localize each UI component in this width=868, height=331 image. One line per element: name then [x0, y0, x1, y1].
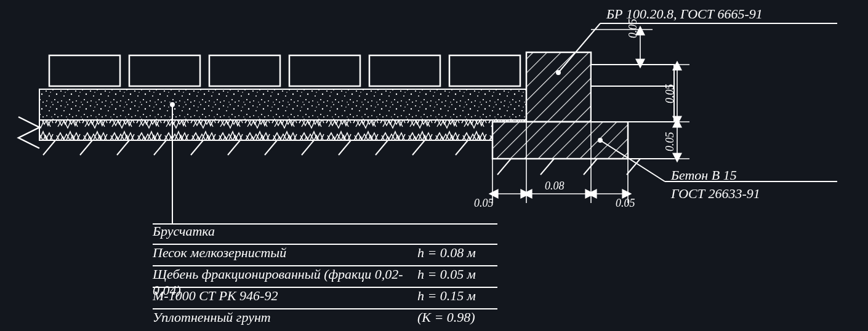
legend-row-5: Уплотненный грунт (K = 0.98) — [153, 309, 497, 330]
legend-val-5: (K = 0.98) — [417, 309, 497, 325]
legend-mat-2: Песок мелкозернистый — [153, 245, 417, 261]
svg-rect-15 — [209, 55, 280, 86]
svg-line-23 — [43, 140, 55, 155]
sand-layer — [39, 89, 526, 120]
legend-val-2: h = 0.08 м — [417, 245, 497, 261]
paver-row — [49, 55, 520, 86]
legend-row-3: Щебень фракционированный (фракци 0,02-0,… — [153, 266, 497, 288]
svg-line-25 — [117, 140, 129, 155]
material-legend: Брусчатка Песок мелкозернистый h = 0.08 … — [153, 223, 497, 330]
legend-val-4: h = 0.15 м — [417, 288, 497, 304]
svg-line-36 — [540, 159, 554, 175]
svg-rect-16 — [289, 55, 360, 86]
svg-line-28 — [228, 140, 240, 155]
svg-line-37 — [584, 159, 597, 175]
curb-stone — [526, 52, 591, 122]
svg-rect-13 — [49, 55, 120, 86]
legend-mat-1: Брусчатка — [153, 223, 417, 239]
svg-line-32 — [376, 140, 388, 155]
concrete-footing — [492, 122, 628, 159]
svg-line-27 — [191, 140, 203, 155]
svg-line-30 — [302, 140, 314, 155]
svg-rect-17 — [369, 55, 440, 86]
svg-rect-19 — [591, 86, 674, 122]
legend-row-2: Песок мелкозернистый h = 0.08 м — [153, 245, 497, 266]
pavement-section-diagram: { "callouts": { "curb": "БР 100.20.8, ГО… — [0, 0, 868, 331]
right-ground-profile — [591, 65, 674, 86]
dim-curb-w: 0.08 — [545, 180, 565, 193]
svg-line-24 — [80, 140, 92, 155]
svg-line-31 — [339, 140, 351, 155]
dim-left-w: 0.05 — [474, 197, 494, 210]
svg-line-35 — [497, 159, 511, 175]
dim-right-w: 0.05 — [616, 197, 635, 210]
dim-top-h: 0.05 — [627, 19, 640, 39]
svg-line-33 — [412, 140, 425, 155]
dim-mid-h: 0.05 — [664, 84, 677, 104]
legend-mat-4: М-1000 СТ РК 946-92 — [153, 288, 417, 304]
svg-line-26 — [154, 140, 166, 155]
gravel-layer — [39, 120, 526, 140]
svg-line-45 — [600, 140, 665, 181]
callout-beton2: ГОСТ 26633-91 — [671, 186, 760, 202]
svg-line-29 — [265, 140, 277, 155]
legend-row-4: М-1000 СТ РК 946-92 h = 0.15 м — [153, 288, 497, 309]
svg-rect-18 — [449, 55, 520, 86]
svg-rect-14 — [129, 55, 200, 86]
legend-val-3: h = 0.05 м — [417, 266, 497, 282]
legend-mat-5: Уплотненный грунт — [153, 309, 417, 325]
legend-row-1: Брусчатка — [153, 223, 497, 245]
dim-bot-h: 0.05 — [664, 132, 677, 152]
svg-line-34 — [456, 140, 468, 155]
callout-beton1: Бетон В 15 — [671, 167, 737, 183]
